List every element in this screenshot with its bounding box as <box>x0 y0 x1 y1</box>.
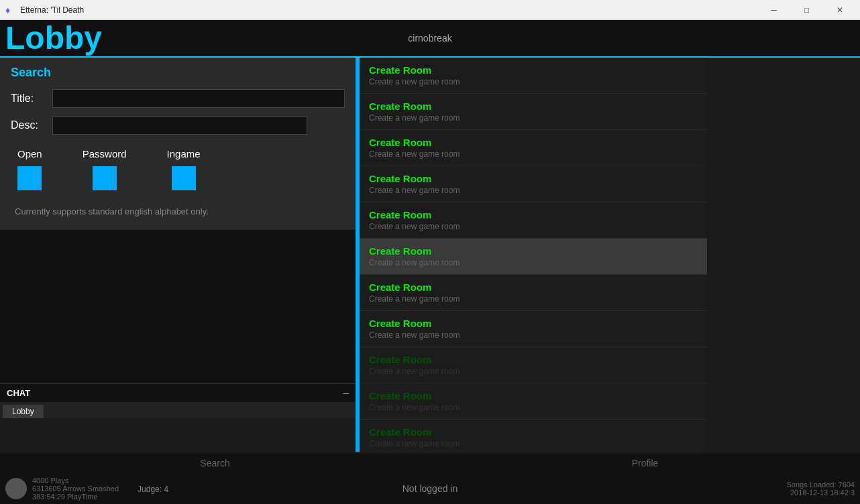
chat-header: CHAT ─ <box>0 384 356 402</box>
ingame-label: Ingame <box>167 148 201 160</box>
chat-title: CHAT <box>7 388 30 398</box>
not-logged: Not logged in <box>402 483 458 494</box>
open-filter: Open <box>17 148 42 190</box>
title-row: Title: <box>11 89 345 108</box>
top-bar: Lobby cirnobreak <box>0 20 860 58</box>
search-note: Currently supports standard english alph… <box>11 206 345 216</box>
password-label: Password <box>83 148 127 160</box>
desc-input[interactable] <box>52 116 307 135</box>
desc-label: Desc: <box>11 119 46 131</box>
ingame-filter: Ingame <box>167 148 201 190</box>
username-display: cirnobreak <box>408 33 451 44</box>
titlebar-left: ♦ Etterna: 'Til Death <box>5 5 84 15</box>
search-header: Search <box>11 66 345 80</box>
open-label: Open <box>17 148 42 160</box>
bottom-info-row: 4000 Plays 6313605 Arrows Smashed 383:54… <box>0 474 860 503</box>
room-desc: Create a new game room <box>369 222 698 231</box>
rooms-panel: Create Room Create a new game room Creat… <box>358 58 707 452</box>
room-name: Create Room <box>369 173 698 184</box>
nav-search[interactable]: Search <box>0 455 430 471</box>
room-item[interactable]: Create Room Create a new game room <box>360 58 707 94</box>
maximize-button[interactable]: □ <box>792 0 822 20</box>
nav-profile[interactable]: Profile <box>430 455 860 471</box>
password-checkbox[interactable] <box>93 166 117 190</box>
room-name: Create Room <box>369 245 698 257</box>
version-info: Songs Loaded: 7604 2018-12-13 18:42:3 <box>786 481 855 497</box>
bottom-bar: Search Profile 4000 Plays 6313605 Arrows… <box>0 452 860 504</box>
room-desc: Create a new game room <box>369 367 698 376</box>
user-avatar <box>5 478 27 499</box>
room-item[interactable]: Create Room Create a new game room <box>360 239 707 275</box>
chat-collapse-icon[interactable]: ─ <box>343 389 349 398</box>
room-desc: Create a new game room <box>369 258 698 267</box>
room-name: Create Room <box>369 101 698 112</box>
room-desc: Create a new game room <box>369 330 698 340</box>
lobby-title: Lobby <box>5 22 102 54</box>
ingame-checkbox[interactable] <box>172 166 196 190</box>
filter-section: Open Password Ingame <box>11 148 345 190</box>
room-item[interactable]: Create Room Create a new game room <box>360 347 707 383</box>
password-filter: Password <box>83 148 127 190</box>
room-item[interactable]: Create Room Create a new game room <box>360 202 707 239</box>
room-item[interactable]: Create Room Create a new game room <box>360 311 707 347</box>
room-name: Create Room <box>369 64 698 76</box>
room-desc: Create a new game room <box>369 77 698 86</box>
main-area: Lobby cirnobreak Search Title: Desc: Op <box>0 20 860 504</box>
chat-area: CHAT ─ Lobby <box>0 383 356 452</box>
room-desc: Create a new game room <box>369 186 698 195</box>
room-item[interactable]: Create Room Create a new game room <box>360 130 707 166</box>
room-name: Create Room <box>369 318 698 329</box>
room-name: Create Room <box>369 137 698 148</box>
window-title: Etterna: 'Til Death <box>20 5 84 15</box>
arrows-stat: 6313605 Arrows Smashed <box>32 485 119 493</box>
playtime-stat: 383:54:29 PlayTime <box>32 493 119 501</box>
desc-row: Desc: <box>11 116 345 135</box>
room-item[interactable]: Create Room Create a new game room <box>360 420 707 452</box>
datetime: 2018-12-13 18:42:3 <box>786 489 855 497</box>
stat-col: 4000 Plays 6313605 Arrows Smashed 383:54… <box>32 477 119 501</box>
plays-stat: 4000 Plays <box>32 477 119 485</box>
close-button[interactable]: ✕ <box>824 0 855 20</box>
window-controls: ─ □ ✕ <box>759 0 855 20</box>
room-desc: Create a new game room <box>369 149 698 159</box>
room-item[interactable]: Create Room Create a new game room <box>360 94 707 130</box>
title-input[interactable] <box>52 89 345 108</box>
room-name: Create Room <box>369 354 698 365</box>
room-desc: Create a new game room <box>369 439 698 448</box>
app-icon: ♦ <box>5 5 16 15</box>
room-name: Create Room <box>369 209 698 220</box>
minimize-button[interactable]: ─ <box>759 0 789 20</box>
bottom-nav: Search Profile <box>0 452 860 474</box>
mid-panel <box>0 230 356 383</box>
room-item[interactable]: Create Room Create a new game room <box>360 166 707 202</box>
open-checkbox[interactable] <box>17 166 42 190</box>
room-name: Create Room <box>369 281 698 293</box>
chat-messages <box>0 418 356 452</box>
room-name: Create Room <box>369 390 698 401</box>
search-panel: Search Title: Desc: Open Password <box>0 58 356 230</box>
left-panel: Search Title: Desc: Open Password <box>0 58 356 452</box>
songs-loaded: Songs Loaded: 7604 <box>786 481 855 489</box>
titlebar: ♦ Etterna: 'Til Death ─ □ ✕ <box>0 0 860 20</box>
title-label: Title: <box>11 92 46 105</box>
room-desc: Create a new game room <box>369 113 698 123</box>
judge-info: Judge: 4 <box>138 485 168 494</box>
room-item[interactable]: Create Room Create a new game room <box>360 383 707 420</box>
content-row: Search Title: Desc: Open Password <box>0 58 860 452</box>
chat-tabs: Lobby <box>0 402 356 418</box>
room-desc: Create a new game room <box>369 294 698 304</box>
room-item[interactable]: Create Room Create a new game room <box>360 275 707 311</box>
lobby-tab[interactable]: Lobby <box>3 405 44 418</box>
room-name: Create Room <box>369 426 698 438</box>
room-desc: Create a new game room <box>369 403 698 412</box>
